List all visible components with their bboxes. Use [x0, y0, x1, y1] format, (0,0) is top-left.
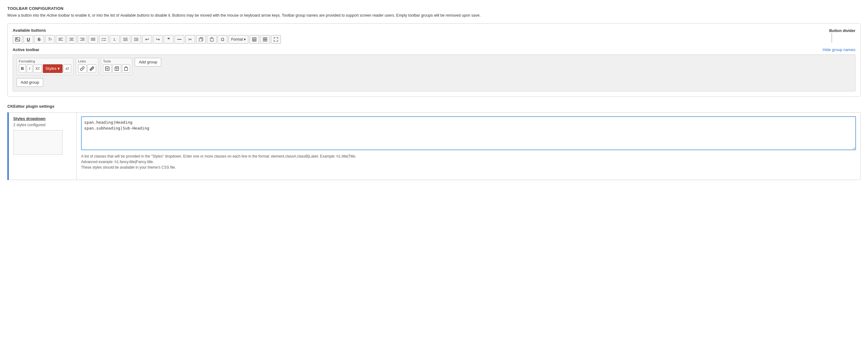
active-btn-subscript[interactable]: X2 — [33, 64, 42, 73]
toolbar-config-description: Move a button into the Active toolbar to… — [7, 12, 861, 19]
plugin-settings-section: CKEditor plugin settings Styles dropdown… — [7, 104, 861, 180]
btn-justifycenter[interactable] — [67, 35, 76, 44]
btn-paste[interactable] — [207, 35, 217, 44]
toolbar-config-section: TOOLBAR CONFIGURATION Move a button into… — [7, 6, 861, 97]
group-name-tools: Tools — [103, 59, 130, 63]
plugin-settings-wrapper: Styles dropdown 2 styles configured span… — [7, 112, 861, 180]
btn-copy[interactable] — [196, 35, 206, 44]
btn-indent[interactable] — [131, 35, 141, 44]
button-divider-section: Button divider — [829, 29, 855, 43]
svg-rect-36 — [266, 40, 267, 41]
available-buttons-row: Available buttons U S Tx — [13, 28, 855, 44]
toolbar-group-formatting: Formatting B I X2 Styles ▾ x2 — [17, 58, 73, 75]
toolbar-group-links: Links — [76, 58, 98, 75]
btn-underline[interactable]: U — [24, 35, 33, 44]
available-buttons-left: Available buttons U S Tx — [13, 28, 281, 44]
add-group-row: Add group — [17, 78, 851, 87]
svg-point-14 — [102, 38, 103, 39]
svg-rect-0 — [16, 38, 20, 41]
plugin-settings-title: CKEditor plugin settings — [7, 104, 861, 109]
btn-showblocks[interactable] — [260, 35, 270, 44]
active-btn-template[interactable] — [113, 64, 121, 73]
btn-numberedlist[interactable]: 1. — [110, 35, 120, 44]
svg-rect-26 — [199, 38, 202, 41]
svg-rect-38 — [105, 67, 109, 70]
btn-bulletedlist[interactable] — [99, 35, 109, 44]
plugin-settings-inner: Styles dropdown 2 styles configured span… — [9, 112, 861, 180]
btn-justifyblock[interactable] — [88, 35, 98, 44]
btn-justifyright[interactable] — [78, 35, 87, 44]
active-toolbar-header-row: Active toolbar Hide group names — [13, 47, 855, 52]
styles-dropdown-count: 2 styles configured — [13, 123, 72, 127]
btn-cut[interactable]: ✂ — [185, 35, 195, 44]
active-toolbar-label: Active toolbar — [13, 47, 39, 52]
group-buttons-tools — [103, 64, 130, 73]
btn-horizontalrule[interactable] — [175, 35, 184, 44]
toolbar-config-box: Available buttons U S Tx — [7, 23, 861, 97]
btn-undo[interactable]: ↩ — [142, 35, 152, 44]
btn-outdent[interactable] — [121, 35, 130, 44]
btn-maximize[interactable] — [271, 35, 281, 44]
plugin-sidebar: Styles dropdown 2 styles configured — [9, 113, 77, 180]
svg-line-40 — [107, 68, 108, 69]
btn-specialchar[interactable]: Ω — [218, 35, 227, 44]
active-btn-superscript[interactable]: x2 — [63, 64, 71, 73]
styles-dropdown-title: Styles dropdown — [13, 116, 72, 121]
svg-point-15 — [102, 40, 103, 41]
active-btn-link[interactable] — [78, 64, 87, 73]
btn-format[interactable]: Format ▾ — [228, 35, 248, 44]
available-buttons-area: U S Tx — [13, 35, 281, 44]
add-group-in-toolbar-button[interactable]: Add group — [135, 58, 161, 66]
svg-rect-35 — [263, 40, 265, 41]
btn-redo[interactable]: ↪ — [153, 35, 163, 44]
group-name-links: Links — [78, 59, 96, 63]
btn-justifyleft[interactable] — [56, 35, 66, 44]
toolbar-groups-row: Formatting B I X2 Styles ▾ x2 Links — [17, 58, 851, 75]
btn-removeformat[interactable]: Tx — [45, 35, 55, 44]
toolbar-group-tools: Tools — [101, 58, 132, 75]
svg-rect-44 — [125, 67, 128, 70]
svg-rect-28 — [252, 38, 256, 41]
hide-group-names-link[interactable]: Hide group names — [823, 47, 855, 52]
styles-textarea[interactable]: span.heading|Heading span.subheading|Sub… — [81, 116, 856, 150]
plugin-main: span.heading|Heading span.subheading|Sub… — [77, 113, 860, 180]
btn-strikethrough[interactable]: S — [34, 35, 44, 44]
active-btn-paste-tools[interactable] — [122, 64, 130, 73]
button-divider-line — [832, 33, 832, 43]
styles-help-text: A list of classes that will be provided … — [81, 153, 856, 170]
active-btn-italic[interactable]: I — [27, 64, 32, 73]
svg-rect-34 — [266, 38, 267, 39]
group-buttons-formatting: B I X2 Styles ▾ x2 — [19, 64, 71, 73]
button-divider-label: Button divider — [829, 29, 855, 43]
active-btn-source[interactable] — [103, 64, 112, 73]
active-btn-styles[interactable]: Styles ▾ — [43, 64, 63, 73]
group-name-formatting: Formatting — [19, 59, 71, 63]
btn-table[interactable] — [249, 35, 259, 44]
btn-blockquote[interactable]: ❝ — [164, 35, 174, 44]
svg-rect-33 — [263, 38, 265, 39]
active-btn-bold[interactable]: B — [19, 64, 26, 73]
active-btn-unlink[interactable] — [88, 64, 96, 73]
active-toolbar-area: Formatting B I X2 Styles ▾ x2 Links — [13, 55, 855, 92]
svg-rect-27 — [210, 38, 213, 41]
toolbar-config-title: TOOLBAR CONFIGURATION — [7, 6, 861, 11]
btn-image[interactable] — [13, 35, 23, 44]
group-buttons-links — [78, 64, 96, 73]
available-buttons-label: Available buttons — [13, 28, 281, 33]
add-group-button[interactable]: Add group — [17, 78, 43, 87]
styles-dropdown-preview — [13, 130, 63, 155]
